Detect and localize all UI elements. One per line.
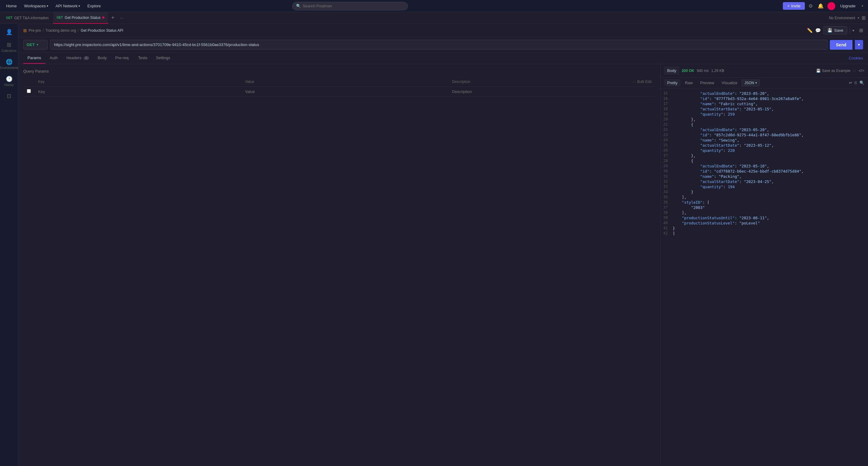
sidebar-item-apps[interactable]: ⊡ [2,90,17,102]
json-line: 22 "actualEndDate": "2023-05-20", [660,127,868,132]
upgrade-chevron-icon[interactable]: ▾ [860,3,864,9]
edit-icon[interactable]: ✏️ [807,28,813,33]
send-button[interactable]: Send [830,40,852,50]
line-content: ] [673,231,675,236]
format-preview[interactable]: Preview [697,79,717,86]
search-input[interactable] [303,4,404,8]
tab-auth[interactable]: Auth [45,53,62,64]
method-selector[interactable]: GET ▾ [23,40,48,49]
right-panel-icon[interactable]: ⊞ [859,28,863,33]
tab-headers[interactable]: Headers 6 [62,53,93,64]
send-dropdown-button[interactable]: ▾ [855,40,863,49]
description-input[interactable] [452,89,652,94]
environment-selector[interactable]: No Environment [829,16,855,20]
json-value-string: "poLevel" [739,221,760,225]
json-line: 21 { [660,122,868,127]
upgrade-button[interactable]: Upgrade [838,2,858,10]
line-number: 18 [660,107,673,111]
key-input[interactable] [38,89,238,94]
response-body-tab[interactable]: Body [664,66,679,75]
nav-workspaces[interactable]: Workspaces ▾ [22,2,51,9]
environments-icon: 🌐 [6,59,12,65]
value-input[interactable] [245,89,445,94]
nav-api-network[interactable]: API Network ▾ [53,2,83,9]
comment-icon[interactable]: 💬 [815,28,821,33]
avatar[interactable] [828,2,835,10]
env-chevron-icon[interactable]: ▾ [858,16,859,20]
notifications-icon[interactable]: 🔔 [816,2,825,10]
save-button[interactable]: 💾 Save [824,26,847,34]
json-line: 41} [660,226,868,231]
key-col-header: Key [34,77,241,87]
search-response-icon[interactable]: 🔍 [860,80,864,85]
tab-get-production[interactable]: GET Get Production Status [53,12,108,24]
line-content: "name": "Packing", [673,174,742,179]
sidebar-item-environments[interactable]: 🌐 Environments [2,56,17,72]
json-value-number: 194 [728,185,735,189]
json-line: 15 "actualEndDate": "2023-05-20", [660,91,868,96]
sidebar-item-user[interactable]: 👤 [2,26,17,38]
invite-button[interactable]: + Invite [783,2,805,10]
tab-bar: GET GET T&A information GET Get Producti… [0,12,868,24]
row-checkbox[interactable] [27,89,31,93]
json-value-string: "Packing" [719,174,740,179]
tab-settings[interactable]: Settings [152,53,175,64]
tab-label: Get Production Status [65,15,100,20]
tab-body[interactable]: Body [93,53,111,64]
line-number: 38 [660,210,673,215]
split-pane: Query Params Key Value Description ··· B [18,64,868,466]
tab-get-tna[interactable]: GET GET T&A information [2,12,53,24]
line-content: "actualStartDate": "2023-04-25", [673,179,774,184]
format-chevron-icon: ▾ [755,81,757,85]
bulk-edit-label[interactable]: Bulk Edit [637,79,652,84]
line-number: 31 [660,174,673,178]
format-raw[interactable]: Raw [682,79,696,86]
nav-home[interactable]: Home [4,2,19,9]
tab-label: GET T&A information [14,16,49,20]
tab-bar-right: No Environment ▾ ⊞ [829,15,866,21]
sidebar-item-history[interactable]: 🕐 History [2,73,17,89]
cookies-link[interactable]: Cookies [849,56,863,60]
more-tabs-button[interactable]: ··· [118,14,126,21]
code-view-icon[interactable]: </> [859,68,864,73]
format-selector[interactable]: JSON ▾ [742,79,760,86]
response-more-icon[interactable]: ··· [853,68,856,73]
copy-icon[interactable]: ⎘ [855,80,857,85]
save-dropdown-button[interactable]: ▾ [850,27,857,34]
wrap-icon[interactable]: ⇌ [849,80,852,85]
breadcrumb-collection-icon: ⊞ [23,28,27,33]
env-options-icon[interactable]: ⊞ [862,15,866,21]
nav-explore[interactable]: Explore [85,2,103,9]
headers-badge: 6 [84,56,89,60]
save-example-button[interactable]: 💾 Save as Example [816,69,850,73]
json-value-string: "877f7bd3-932a-4e64-8981-3ce267a8a0fe" [714,96,801,101]
tab-prereq[interactable]: Pre-req. [111,53,134,64]
url-input-wrapper [50,40,828,50]
json-line: 40 "productionStatusLevel": "poLevel" [660,221,868,226]
line-number: 40 [660,221,673,225]
json-key: "styleID" [682,200,703,205]
request-tabs: Params Auth Headers 6 Body Pre-req. Test… [18,53,868,64]
format-pretty[interactable]: Pretty [664,79,681,86]
line-content: "quantity": 259 [673,112,735,116]
format-visualize[interactable]: Visualize [718,79,740,86]
line-number: 24 [660,138,673,142]
url-input[interactable] [50,40,827,49]
search-bar[interactable]: 🔍 [292,2,408,10]
new-tab-button[interactable]: + [108,13,117,22]
bulk-edit-more-icon[interactable]: ··· [632,79,636,84]
sidebar-item-collections[interactable]: ⊞ Collections [2,39,17,55]
breadcrumb: ⊞ Pre-pro / Tracking demo org / Get Prod… [18,24,868,37]
tab-params[interactable]: Params [23,53,45,64]
json-line: 39 "productionStatusUntil": "2023-06-11"… [660,215,868,221]
method-chevron-icon: ▾ [37,43,38,46]
line-number: 26 [660,148,673,153]
settings-icon[interactable]: ⚙ [807,2,814,10]
breadcrumb-pre-pro[interactable]: Pre-pro [29,28,41,33]
response-header: Body 200 OK 940 ms 1.29 KB 💾 Save as Exa… [660,64,868,77]
json-key: "id" [700,133,709,137]
main-layout: 👤 ⊞ Collections 🌐 Environments 🕐 History… [0,24,868,466]
line-content: "styleID": [ [673,200,709,205]
tab-tests[interactable]: Tests [134,53,151,64]
breadcrumb-tracking[interactable]: Tracking demo org [45,28,76,33]
